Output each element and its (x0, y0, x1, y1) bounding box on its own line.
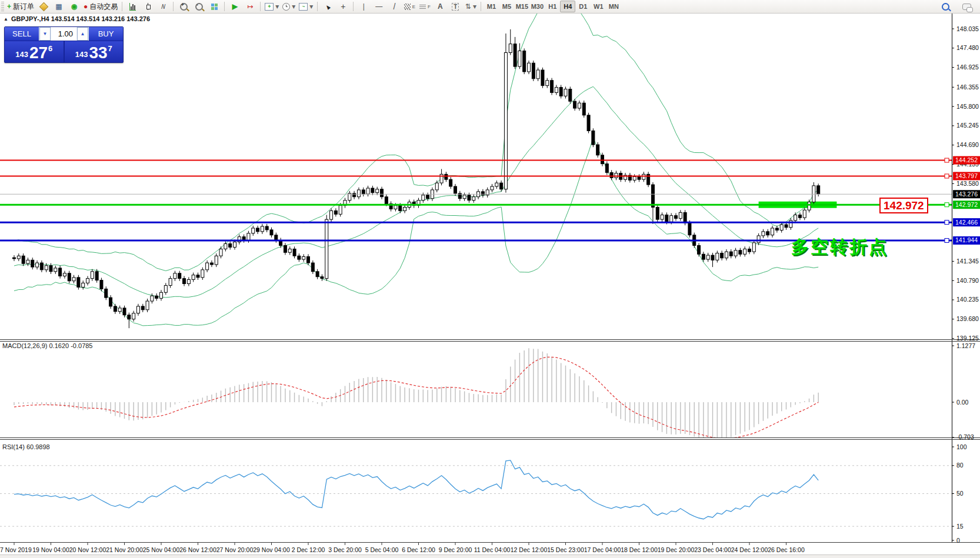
auto-scroll-button[interactable]: ▶ (227, 1, 242, 12)
svg-text:139.680: 139.680 (956, 315, 979, 322)
chat-button[interactable] (959, 1, 974, 12)
timeframe-button-h4[interactable]: H4 (560, 1, 575, 12)
search-button[interactable] (938, 1, 953, 12)
svg-text:143.276: 143.276 (955, 191, 978, 198)
timeframe-button-h1[interactable]: H1 (545, 1, 560, 12)
chart-shift-button[interactable]: ↦ (242, 1, 258, 12)
arrows-tool-button[interactable]: ⇅ ▾ (463, 1, 478, 12)
fibonacci-icon (419, 4, 426, 10)
buy-price-prefix: 143 (75, 50, 88, 59)
cursor-icon: ▲ (323, 2, 332, 12)
profiles-button[interactable] (36, 1, 51, 12)
svg-text:140.790: 140.790 (956, 277, 979, 284)
zoom-out-icon: - (195, 3, 203, 11)
toolbar-separator (317, 2, 318, 11)
vertical-line-button[interactable]: | (356, 1, 371, 12)
line-anchor-marker[interactable] (945, 203, 949, 207)
timeframe-button-w1[interactable]: W1 (591, 1, 606, 12)
vertical-line-icon: | (363, 2, 365, 11)
collapse-ohlc-icon[interactable]: ▲ (4, 16, 8, 22)
svg-text:21 Nov 20:00: 21 Nov 20:00 (106, 546, 143, 553)
indicators-dropdown-icon: ▾ (309, 2, 313, 11)
line-chart-type-button[interactable]: /\/ (155, 1, 171, 12)
new-order-button[interactable]: + 新订单 (5, 1, 36, 12)
buy-price-button[interactable]: 143 33 7 (65, 41, 124, 62)
timeframe-button-m30[interactable]: M30 (529, 1, 545, 12)
timeframe-button-mn[interactable]: MN (606, 1, 621, 12)
svg-text:141.944: 141.944 (955, 236, 978, 243)
text-tool-button[interactable]: A (432, 1, 448, 12)
svg-text:147.480: 147.480 (956, 44, 979, 51)
new-order-plus-icon: + (7, 2, 11, 11)
svg-text:17 Nov 2019: 17 Nov 2019 (0, 546, 32, 553)
trendline-button[interactable]: / (386, 1, 402, 12)
tile-windows-button[interactable] (206, 1, 222, 12)
volume-decrease-button[interactable]: ▼ (39, 27, 51, 41)
arrows-dropdown-icon: ▾ (473, 2, 476, 11)
sell-price-big: 27 (29, 46, 48, 60)
text-tool-icon: A (438, 2, 443, 11)
svg-text:29 Nov 04:00: 29 Nov 04:00 (253, 546, 290, 553)
crosshair-button[interactable]: + (335, 1, 351, 12)
svg-text:25 Nov 04:00: 25 Nov 04:00 (143, 546, 180, 553)
line-anchor-marker[interactable] (945, 238, 949, 242)
candlestick-icon (146, 3, 150, 10)
signals-button[interactable]: ◉ (66, 1, 82, 12)
svg-text:19 Dec 20:00: 19 Dec 20:00 (658, 546, 695, 553)
timeframe-button-m1[interactable]: M1 (484, 1, 499, 12)
autotrading-label: 自动交易 (89, 2, 118, 12)
toolbar: + 新订单 ▦ ◉ ● 自动交易 /\/ + - ▶ ↦ + ▾ (0, 0, 980, 14)
tile-windows-icon (211, 4, 218, 10)
arrows-tool-icon: ⇅ (465, 2, 471, 11)
svg-text:15 Dec 23:00: 15 Dec 23:00 (547, 546, 584, 553)
toolbar-separator (173, 2, 174, 11)
bar-chart-type-button[interactable] (125, 1, 140, 12)
svg-text:-0.703: -0.703 (956, 433, 974, 440)
svg-text:0.00: 0.00 (956, 399, 969, 406)
indicators-button[interactable]: ~ ▾ (297, 1, 315, 12)
chart-shift-icon: ↦ (247, 2, 253, 11)
zoom-in-button[interactable]: + (176, 1, 191, 12)
sell-button[interactable]: SELL (5, 27, 39, 41)
candlestick-type-button[interactable] (140, 1, 155, 12)
fibonacci-button[interactable]: F (417, 1, 432, 12)
autotrading-button[interactable]: ● 自动交易 (82, 1, 119, 12)
toolbar-separator (224, 2, 225, 11)
cursor-button[interactable]: ▲ (320, 1, 335, 12)
svg-text:24 Dec 12:00: 24 Dec 12:00 (731, 546, 768, 553)
svg-text:19 Nov 04:00: 19 Nov 04:00 (32, 546, 69, 553)
horizontal-line-button[interactable]: — (371, 1, 386, 12)
price-callout-box[interactable]: 142.972 (879, 198, 928, 213)
period-button[interactable]: ▾ (281, 1, 297, 12)
line-anchor-marker[interactable] (945, 220, 949, 225)
zoom-out-button[interactable]: - (191, 1, 206, 12)
indicators-icon: ~ (299, 3, 308, 11)
chart-canvas[interactable]: 148.035147.480146.925146.355145.800145.2… (0, 0, 980, 558)
svg-text:6 Dec 12:00: 6 Dec 12:00 (402, 546, 435, 553)
volume-increase-button[interactable]: ▲ (77, 27, 88, 41)
mt4-window: + 新订单 ▦ ◉ ● 自动交易 /\/ + - ▶ ↦ + ▾ (0, 0, 980, 558)
line-anchor-marker[interactable] (945, 158, 949, 162)
svg-text:145.800: 145.800 (956, 103, 979, 110)
chart-annotation-text[interactable]: 多空转折点 (791, 235, 888, 259)
timeframe-button-d1[interactable]: D1 (575, 1, 591, 12)
timeframe-button-m15[interactable]: M15 (514, 1, 529, 12)
trendline-icon: / (393, 2, 395, 11)
text-label-button[interactable]: T (448, 1, 463, 12)
sell-price-prefix: 143 (15, 50, 28, 59)
line-anchor-marker[interactable] (945, 174, 949, 178)
channel-button[interactable]: E (402, 1, 417, 12)
one-click-trading-panel: SELL ▼ 1.00 ▲ BUY 143 27 6 143 33 7 (4, 26, 124, 63)
svg-text:139.125: 139.125 (956, 335, 979, 342)
new-chart-button[interactable]: + ▾ (263, 1, 281, 12)
toolbar-grip[interactable] (1, 2, 4, 11)
svg-text:144.690: 144.690 (956, 141, 979, 148)
timeframe-button-m5[interactable]: M5 (499, 1, 514, 12)
buy-button[interactable]: BUY (89, 27, 123, 41)
market-watch-button[interactable]: ▦ (51, 1, 66, 12)
autotrading-icon: ● (84, 2, 88, 11)
volume-input[interactable]: 1.00 (51, 27, 76, 41)
sell-price-button[interactable]: 143 27 6 (5, 41, 64, 62)
svg-text:140.235: 140.235 (956, 296, 979, 303)
macd-indicator-label: MACD(12,26,9) 0.1620 -0.0785 (2, 342, 92, 349)
